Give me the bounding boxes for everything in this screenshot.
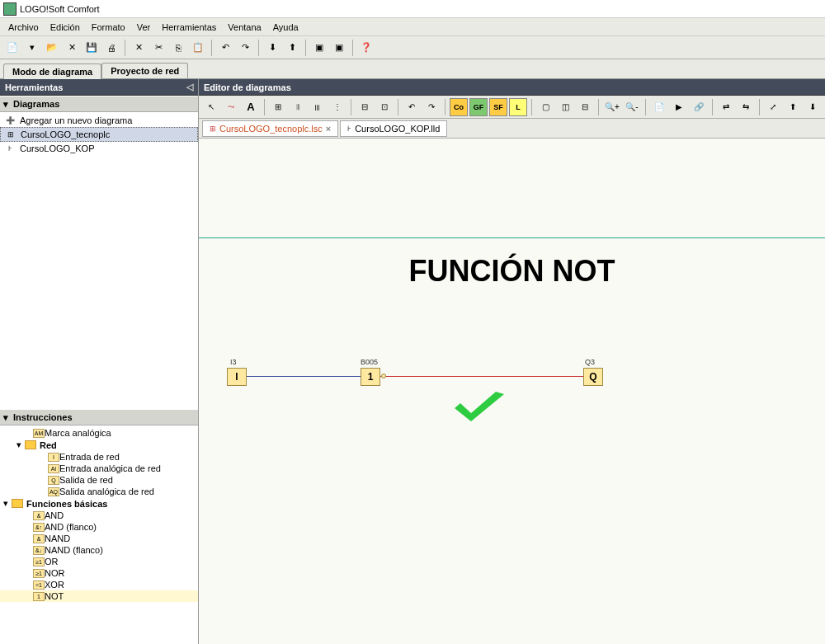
diagrams-section[interactable]: ▾ Diagramas xyxy=(0,96,198,112)
item-nand[interactable]: & NAND xyxy=(0,533,198,544)
download-icon[interactable]: ⬇ xyxy=(263,39,281,57)
separator xyxy=(211,40,212,56)
text-icon[interactable]: A xyxy=(242,98,260,116)
file-tab-1[interactable]: ⊞ CursoLOGO_tecnoplc.lsc × xyxy=(202,120,338,137)
diagram-canvas[interactable]: FUNCIÓN NOT I3 I B005 1 Q3 Q xyxy=(199,139,825,644)
instructions-section[interactable]: ▾ Instrucciones xyxy=(0,409,198,425)
node-input-i3[interactable]: I xyxy=(227,368,247,386)
lad-icon: ⊦ xyxy=(3,143,16,154)
tools-header-label: Herramientas xyxy=(5,82,63,92)
folder-funciones-basicas[interactable]: ▾ Funciones básicas xyxy=(0,497,198,510)
separator xyxy=(445,99,446,115)
menu-formato[interactable]: Formato xyxy=(87,21,130,34)
align-h-icon[interactable]: ⫴ xyxy=(289,98,307,116)
copy-icon[interactable]: ⎘ xyxy=(169,39,187,57)
dropdown-icon[interactable]: ▾ xyxy=(23,39,41,57)
paste-icon[interactable]: 📋 xyxy=(189,39,207,57)
align-icon[interactable]: ⊞ xyxy=(269,98,287,116)
close-icon[interactable]: ✕ xyxy=(63,39,81,57)
diagram-item-1[interactable]: ⊞ CursoLOGO_tecnoplc xyxy=(0,127,198,142)
menu-herramientas[interactable]: Herramientas xyxy=(157,21,221,34)
item-marca-analogica[interactable]: AM Marca analógica xyxy=(0,427,198,439)
convert2-icon[interactable]: ⇆ xyxy=(737,98,755,116)
tab-network-project[interactable]: Proyecto de red xyxy=(101,63,188,78)
menu-edicion[interactable]: Edición xyxy=(45,21,85,34)
add-new-diagram[interactable]: ➕ Agregar un nuevo diagrama xyxy=(0,114,198,127)
online-icon[interactable]: 🔗 xyxy=(690,98,708,116)
split-h-icon[interactable]: ⊟ xyxy=(576,98,594,116)
send-back-icon[interactable]: ⬇ xyxy=(804,98,822,116)
folder-red[interactable]: ▾ Red xyxy=(0,439,198,451)
connect-icon[interactable]: ⤳ xyxy=(222,98,240,116)
node-output-q3[interactable]: Q xyxy=(583,368,603,386)
split-v-icon[interactable]: ◫ xyxy=(556,98,574,116)
delete-icon[interactable]: ✕ xyxy=(130,39,148,57)
expand-icon[interactable]: ⤢ xyxy=(764,98,782,116)
co-button[interactable]: Co xyxy=(450,98,468,116)
item-or[interactable]: ≥1 OR xyxy=(0,556,198,567)
fl-button[interactable]: L xyxy=(509,98,527,116)
diagram-2-label: CursoLOGO_KOP xyxy=(20,143,94,153)
nor-icon: ≥1 xyxy=(33,569,45,578)
separator xyxy=(264,99,265,115)
new-icon[interactable]: 📄 xyxy=(3,39,21,57)
pointer-icon[interactable]: ↖ xyxy=(202,98,220,116)
cut-icon[interactable]: ✂ xyxy=(149,39,167,57)
print-icon[interactable]: 🖨 xyxy=(102,39,120,57)
folder-icon xyxy=(25,440,36,449)
distribute-icon[interactable]: ⋮ xyxy=(328,98,346,116)
convert-icon[interactable]: ⇄ xyxy=(717,98,735,116)
group-icon[interactable]: ⊟ xyxy=(356,98,374,116)
marca-analogica-label: Marca analógica xyxy=(45,428,111,438)
align-v-icon[interactable]: ⫼ xyxy=(309,98,327,116)
sim-icon[interactable]: ▶ xyxy=(670,98,688,116)
zoom-in-icon[interactable]: 🔍+ xyxy=(603,98,621,116)
zoom-out-icon[interactable]: 🔍- xyxy=(623,98,641,116)
sf-button[interactable]: SF xyxy=(489,98,507,116)
lad-icon: ⊦ xyxy=(347,125,351,133)
item-entrada-red[interactable]: I Entrada de red xyxy=(0,451,198,463)
separator xyxy=(759,99,760,115)
undo-icon[interactable]: ↶ xyxy=(216,39,234,57)
diagram-item-2[interactable]: ⊦ CursoLOGO_KOP xyxy=(0,142,198,155)
item-xor[interactable]: =1 XOR xyxy=(0,579,198,590)
compare-icon[interactable]: ▣ xyxy=(330,39,348,57)
open-icon[interactable]: 📂 xyxy=(43,39,61,57)
item-nand-flanco[interactable]: &↓ NAND (flanco) xyxy=(0,544,198,556)
diagrams-label: Diagramas xyxy=(13,99,59,109)
ungroup-icon[interactable]: ⊡ xyxy=(375,98,394,116)
gf-button[interactable]: GF xyxy=(469,98,488,116)
menu-ventana[interactable]: Ventana xyxy=(223,21,266,34)
menu-ver[interactable]: Ver xyxy=(132,21,156,34)
item-salida-analog-red[interactable]: AQ Salida analógica de red xyxy=(0,486,198,497)
nand-icon: & xyxy=(33,534,45,543)
item-entrada-analog-red[interactable]: AI Entrada analógica de red xyxy=(0,463,198,474)
tab-diagram-mode[interactable]: Modo de diagrama xyxy=(3,63,101,79)
editor-toolbar: ↖ ⤳ A ⊞ ⫴ ⫼ ⋮ ⊟ ⊡ ↶ ↷ Co GF SF L ▢ ◫ ⊟ 🔍… xyxy=(199,96,825,119)
node-not-b005[interactable]: 1 xyxy=(361,368,380,386)
close-tab-icon[interactable]: × xyxy=(326,124,331,134)
file-tabs: ⊞ CursoLOGO_tecnoplc.lsc × ⊦ CursoLOGO_K… xyxy=(199,119,825,139)
and-flanco-icon: &↑ xyxy=(33,523,45,532)
app-icon xyxy=(3,2,16,16)
item-salida-red[interactable]: Q Salida de red xyxy=(0,474,198,486)
collapse-icon[interactable]: ◁ xyxy=(186,82,193,92)
bring-front-icon[interactable]: ⬆ xyxy=(784,98,802,116)
help-icon[interactable]: ❓ xyxy=(357,39,375,57)
split-icon[interactable]: ▢ xyxy=(536,98,554,116)
item-and[interactable]: & AND xyxy=(0,510,198,521)
transfer-icon[interactable]: ▣ xyxy=(310,39,328,57)
block-icon: I xyxy=(48,453,59,462)
file-tab-2[interactable]: ⊦ CursoLOGO_KOP.lld xyxy=(340,120,447,137)
menu-archivo[interactable]: Archivo xyxy=(3,21,44,34)
item-nor[interactable]: ≥1 NOR xyxy=(0,567,198,579)
upload-icon[interactable]: ⬆ xyxy=(283,39,301,57)
save-icon[interactable]: 💾 xyxy=(82,39,101,57)
undo-icon[interactable]: ↶ xyxy=(403,98,421,116)
redo-icon[interactable]: ↷ xyxy=(236,39,254,57)
item-and-flanco[interactable]: &↑ AND (flanco) xyxy=(0,521,198,533)
menu-ayuda[interactable]: Ayuda xyxy=(268,21,304,34)
redo-icon[interactable]: ↷ xyxy=(422,98,441,116)
item-not[interactable]: 1 NOT xyxy=(0,590,198,602)
page-icon[interactable]: 📄 xyxy=(650,98,668,116)
